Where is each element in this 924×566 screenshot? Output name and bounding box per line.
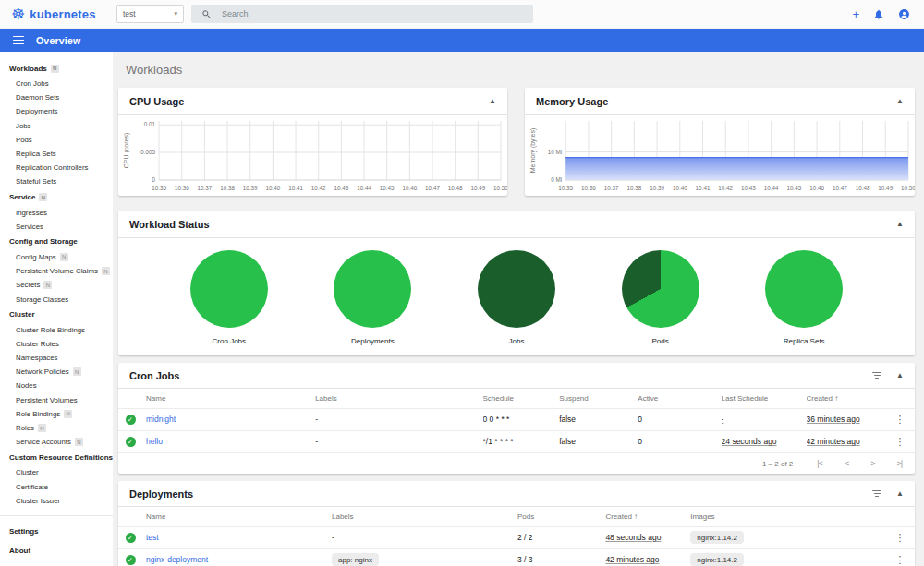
kubernetes-logo[interactable]: ☸ kubernetes [11, 6, 115, 22]
resource-name-link[interactable]: midnight [146, 415, 176, 424]
sidebar-item-config-and-storage[interactable]: Config and Storage [0, 234, 113, 250]
sidebar-item-role-bindings[interactable]: Role BindingsN [0, 407, 113, 421]
sidebar-item-cluster-role-bindings[interactable]: Cluster Role Bindings [0, 323, 113, 337]
prev-page-icon[interactable]: < [845, 459, 848, 468]
sidebar-item-pods[interactable]: Pods [0, 133, 113, 147]
sidebar-item-cluster[interactable]: Cluster [0, 307, 113, 323]
first-page-icon[interactable]: |< [817, 459, 822, 468]
create-resource-plus-icon[interactable]: + [852, 8, 859, 20]
page-toolbar: Overview [0, 29, 924, 52]
column-header-name[interactable]: Name [146, 389, 315, 408]
row-menu-kebab-icon[interactable]: ⋮ [889, 554, 911, 566]
sidebar-item-service-accounts[interactable]: Service AccountsN [0, 435, 113, 449]
row-menu-kebab-icon[interactable]: ⋮ [889, 436, 911, 448]
column-header-created[interactable]: Created ↑ [807, 389, 889, 408]
svg-text:10:40: 10:40 [266, 185, 281, 191]
collapse-up-icon[interactable]: ▲ [896, 371, 904, 379]
sidebar-item-deployments[interactable]: Deployments [0, 104, 113, 118]
sidebar-item-namespaces[interactable]: Namespaces [0, 351, 113, 365]
status-success-icon: ✓ [126, 555, 136, 565]
svg-text:10:50: 10:50 [493, 185, 507, 191]
sidebar-item-network-policies[interactable]: Network PoliciesN [0, 365, 113, 379]
sidebar-item-storage-classes[interactable]: Storage Classes [0, 292, 113, 306]
user-account-icon[interactable] [898, 8, 910, 20]
main-content: Workloads CPU Usage ▲ 10:3510:3610:3710:… [113, 52, 924, 566]
column-header-active[interactable]: Active [638, 389, 721, 408]
sidebar-item-workloads[interactable]: WorkloadsN [0, 60, 113, 77]
namespace-selector[interactable]: test ▾ [116, 5, 184, 23]
svg-text:10:49: 10:49 [470, 185, 485, 191]
sidebar-item-secrets[interactable]: SecretsN [0, 278, 113, 292]
column-header-name[interactable]: Name [146, 507, 332, 526]
filter-icon[interactable] [872, 490, 881, 498]
sidebar-item-settings[interactable]: Settings [0, 522, 113, 541]
row-menu-kebab-icon[interactable]: ⋮ [889, 532, 911, 544]
sidebar-item-about[interactable]: About [0, 541, 113, 560]
sidebar-item-cluster-issuer[interactable]: Cluster Issuer [0, 494, 113, 508]
sidebar-item-stateful-sets[interactable]: Stateful Sets [0, 175, 113, 188]
sidebar-item-roles[interactable]: RolesN [0, 421, 113, 435]
pie-chart[interactable] [765, 250, 843, 328]
sidebar-item-cluster-roles[interactable]: Cluster Roles [0, 337, 113, 351]
table-row-midnight: ✓midnight-0 0 * * *false0-36 minutes ago… [118, 408, 915, 430]
notifications-bell-icon[interactable] [873, 8, 884, 20]
column-header-created[interactable]: Created ↑ [605, 507, 690, 526]
resource-name-link[interactable]: hello [146, 437, 163, 446]
sidebar-item-daemon-sets[interactable]: Daemon Sets [0, 90, 113, 104]
sidebar-item-certificate[interactable]: Certificate [0, 480, 113, 494]
sidebar-item-custom-resource-definitions[interactable]: Custom Resource Definitions [0, 449, 113, 465]
kubernetes-wheel-icon: ☸ [11, 6, 25, 22]
pie-chart[interactable] [478, 250, 555, 328]
pie-label: Replica Sets [784, 337, 825, 345]
svg-text:10:48: 10:48 [448, 185, 463, 191]
collapse-up-icon[interactable]: ▲ [896, 97, 904, 105]
column-header-empty [118, 507, 146, 526]
sidebar-item-jobs[interactable]: Jobs [0, 119, 113, 133]
next-page-icon[interactable]: > [870, 459, 874, 468]
memory-usage-title: Memory Usage [536, 96, 608, 107]
menu-hamburger-icon[interactable] [13, 36, 24, 45]
app-bar: ☸ kubernetes test ▾ Search + [0, 0, 924, 29]
sidebar-item-cluster[interactable]: Cluster [0, 465, 113, 479]
column-header-labels[interactable]: Labels [315, 389, 482, 408]
column-header-schedule[interactable]: Schedule [483, 389, 560, 408]
sidebar-item-nodes[interactable]: Nodes [0, 379, 113, 392]
svg-text:10:39: 10:39 [243, 185, 258, 191]
sidebar-item-persistent-volume-claims[interactable]: Persistent Volume ClaimsN [0, 264, 113, 278]
column-header-pods[interactable]: Pods [517, 507, 605, 526]
search-icon [201, 9, 212, 19]
sidebar-item-config-maps[interactable]: Config MapsN [0, 250, 113, 264]
memory-usage-chart: 10:3510:3610:3710:3810:3910:4010:4110:42… [525, 115, 915, 195]
resource-name-link[interactable]: nginx-deployment [146, 555, 208, 564]
collapse-up-icon[interactable]: ▲ [489, 97, 496, 105]
search-input[interactable]: Search [191, 5, 533, 23]
sidebar-item-cron-jobs[interactable]: Cron Jobs [0, 77, 113, 90]
last-page-icon[interactable]: >| [896, 459, 902, 468]
pagination-buttons: |< < > >| [817, 459, 902, 468]
sidebar-item-persistent-volumes[interactable]: Persistent Volumes [0, 393, 113, 407]
pie-chart[interactable] [334, 250, 411, 328]
resource-name-link[interactable]: test [146, 533, 159, 542]
filter-icon[interactable] [872, 372, 881, 379]
pie-chart[interactable] [622, 250, 699, 328]
status-success-icon: ✓ [126, 415, 136, 425]
column-header-images[interactable]: Images [690, 507, 889, 526]
column-header-last_schedule[interactable]: Last Schedule [722, 389, 807, 408]
sidebar-item-service[interactable]: ServiceN [0, 189, 113, 206]
collapse-up-icon[interactable]: ▲ [896, 220, 904, 228]
workload-status-pies: Cron JobsDeploymentsJobsPodsReplica Sets [118, 238, 915, 345]
column-header-suspend[interactable]: Suspend [559, 389, 638, 408]
cell-active: 0 [638, 408, 721, 430]
sidebar-item-ingresses[interactable]: Ingresses [0, 206, 113, 220]
sidebar-item-replica-sets[interactable]: Replica Sets [0, 147, 113, 161]
collapse-up-icon[interactable]: ▲ [896, 489, 904, 498]
row-menu-kebab-icon[interactable]: ⋮ [889, 414, 911, 426]
sidebar-item-services[interactable]: Services [0, 220, 113, 234]
cell-labels: - [315, 408, 482, 430]
column-header-labels[interactable]: Labels [332, 507, 517, 526]
sidebar-item-label: Persistent Volume Claims [16, 267, 98, 275]
svg-text:10:42: 10:42 [718, 185, 733, 191]
pie-chart[interactable] [190, 250, 268, 328]
deployments-title: Deployments [129, 488, 193, 500]
sidebar-item-replication-controllers[interactable]: Replication Controllers [0, 161, 113, 175]
